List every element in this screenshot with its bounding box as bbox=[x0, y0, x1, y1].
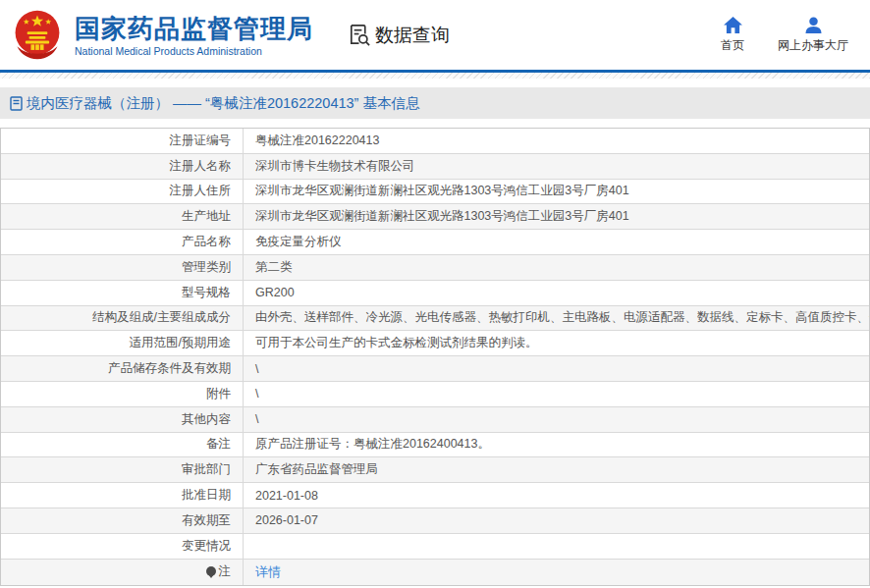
row-value: 详情 bbox=[244, 560, 869, 585]
detail-link[interactable]: 详情 bbox=[255, 563, 281, 581]
table-row: 产品名称免疫定量分析仪 bbox=[1, 230, 869, 255]
row-label: 批准日期 bbox=[1, 483, 244, 508]
note-icon bbox=[206, 565, 217, 578]
national-emblem-icon bbox=[10, 8, 65, 63]
nav-home-label: 首页 bbox=[721, 37, 744, 54]
row-value: 深圳市龙华区观澜街道新澜社区观光路1303号鸿信工业园3号厂房401 bbox=[244, 204, 869, 229]
row-value bbox=[244, 534, 869, 559]
table-row: 生产地址深圳市龙华区观澜街道新澜社区观光路1303号鸿信工业园3号厂房401 bbox=[1, 204, 869, 230]
row-label: 型号规格 bbox=[1, 281, 244, 305]
row-value: 由外壳、送样部件、冷光源、光电传感器、热敏打印机、主电路板、电源适配器、数据线、… bbox=[244, 306, 869, 331]
table-row: 注册人名称深圳市博卡生物技术有限公司 bbox=[1, 154, 869, 180]
row-value: 深圳市龙华区观澜街道新澜社区观光路1303号鸿信工业园3号厂房401 bbox=[244, 180, 869, 204]
row-label: 管理类别 bbox=[1, 255, 244, 280]
table-row: 审批部门广东省药品监督管理局 bbox=[1, 457, 869, 483]
data-query-icon bbox=[347, 23, 371, 47]
table-row: 变更情况 bbox=[1, 534, 869, 560]
row-value: 可用于本公司生产的卡式金标检测试剂结果的判读。 bbox=[244, 331, 869, 355]
row-value: 粤械注准20162220413 bbox=[244, 129, 869, 153]
top-nav: 首页 网上办事大厅 bbox=[721, 17, 848, 54]
nav-service-hall[interactable]: 网上办事大厅 bbox=[778, 17, 848, 54]
table-row: 型号规格GR200 bbox=[1, 281, 869, 306]
row-value: \ bbox=[244, 356, 869, 381]
table-row: 批准日期2021-01-08 bbox=[1, 483, 869, 508]
table-row: 产品储存条件及有效期\ bbox=[1, 356, 869, 382]
table-row: 其他内容\ bbox=[1, 407, 869, 433]
page-title: 境内医疗器械（注册） —— “粤械注准20162220413” 基本信息 bbox=[27, 94, 419, 113]
row-label: 结构及组成/主要组成成分 bbox=[1, 306, 244, 331]
row-label: 适用范围/预期用途 bbox=[1, 331, 244, 355]
row-label: 注 bbox=[1, 560, 244, 585]
row-value: \ bbox=[244, 382, 869, 406]
page-header: 国家药品监督管理局 National Medical Products Admi… bbox=[0, 0, 870, 70]
row-label: 审批部门 bbox=[1, 457, 244, 482]
row-label: 产品名称 bbox=[1, 230, 244, 254]
table-row: 有效期至2026-01-07 bbox=[1, 508, 869, 534]
row-label: 注册人住所 bbox=[1, 180, 244, 204]
table-row: 结构及组成/主要组成成分由外壳、送样部件、冷光源、光电传感器、热敏打印机、主电路… bbox=[1, 306, 869, 332]
table-row: 附件\ bbox=[1, 382, 869, 407]
row-value: 免疫定量分析仪 bbox=[244, 230, 869, 254]
row-value: 2021-01-08 bbox=[244, 483, 869, 508]
logo-text: 国家药品监督管理局 National Medical Products Admi… bbox=[75, 14, 313, 57]
row-label: 附件 bbox=[1, 382, 244, 406]
table-row: 适用范围/预期用途可用于本公司生产的卡式金标检测试剂结果的判读。 bbox=[1, 331, 869, 356]
row-value: 2026-01-07 bbox=[244, 508, 869, 533]
table-row: 备注原产品注册证号：粤械注准20162400413。 bbox=[1, 433, 869, 458]
table-row: 注册证编号粤械注准20162220413 bbox=[1, 129, 869, 154]
user-icon bbox=[804, 17, 823, 33]
document-icon bbox=[10, 96, 23, 111]
home-icon bbox=[724, 17, 742, 33]
row-label: 注册证编号 bbox=[1, 129, 244, 153]
row-label: 生产地址 bbox=[1, 204, 244, 229]
table-row: 注详情 bbox=[1, 560, 869, 585]
row-value: 第二类 bbox=[244, 255, 869, 280]
row-label: 变更情况 bbox=[1, 534, 244, 559]
row-value: 原产品注册证号：粤械注准20162400413。 bbox=[244, 433, 869, 457]
breadcrumb: 境内医疗器械（注册） —— “粤械注准20162220413” 基本信息 bbox=[0, 87, 870, 119]
row-label: 有效期至 bbox=[1, 508, 244, 533]
nav-service-hall-label: 网上办事大厅 bbox=[778, 37, 848, 54]
site-title: 国家药品监督管理局 bbox=[75, 14, 313, 43]
site-subtitle: National Medical Products Administration bbox=[75, 45, 313, 57]
row-label: 注册人名称 bbox=[1, 154, 244, 179]
row-label: 备注 bbox=[1, 433, 244, 457]
table-row: 注册人住所深圳市龙华区观澜街道新澜社区观光路1303号鸿信工业园3号厂房401 bbox=[1, 180, 869, 205]
data-query-label: 数据查询 bbox=[375, 23, 450, 48]
nmpa-logo[interactable]: 国家药品监督管理局 National Medical Products Admi… bbox=[10, 8, 313, 63]
info-table: 注册证编号粤械注准20162220413注册人名称深圳市博卡生物技术有限公司注册… bbox=[0, 128, 870, 586]
row-label: 产品储存条件及有效期 bbox=[1, 356, 244, 381]
row-value: \ bbox=[244, 407, 869, 432]
hatch-strip bbox=[0, 73, 870, 79]
row-value: 广东省药品监督管理局 bbox=[244, 457, 869, 482]
table-row: 管理类别第二类 bbox=[1, 255, 869, 281]
nav-home[interactable]: 首页 bbox=[721, 17, 744, 54]
row-value: 深圳市博卡生物技术有限公司 bbox=[244, 154, 869, 179]
row-value: GR200 bbox=[244, 281, 869, 305]
data-query-tab[interactable]: 数据查询 bbox=[347, 23, 450, 48]
row-label: 其他内容 bbox=[1, 407, 244, 432]
